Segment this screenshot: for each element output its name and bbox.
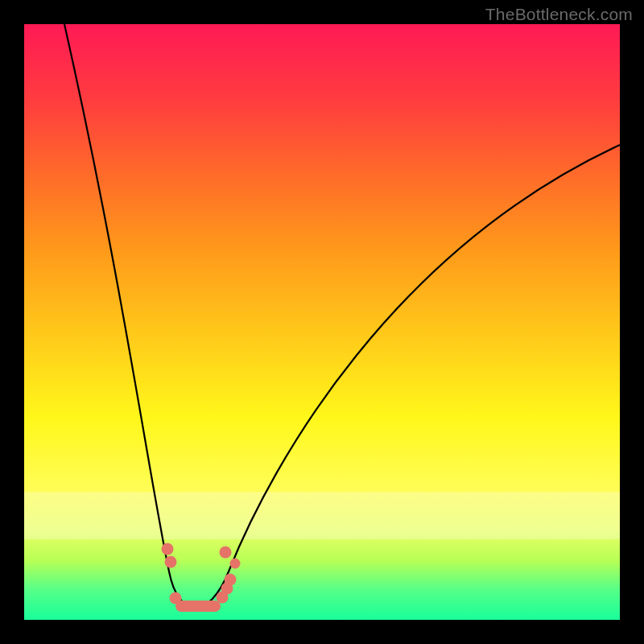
chart-marker [162,543,174,555]
chart-svg [24,24,620,620]
watermark-text: TheBottleneck.com [485,5,633,24]
chart-marker [225,574,237,586]
chart-marker [220,547,232,559]
chart-marker [230,559,241,569]
chart-marker [175,601,221,612]
bottleneck-curve [64,24,620,608]
chart-markers [162,543,241,613]
chart-marker [170,592,182,605]
chart-marker [165,556,177,568]
